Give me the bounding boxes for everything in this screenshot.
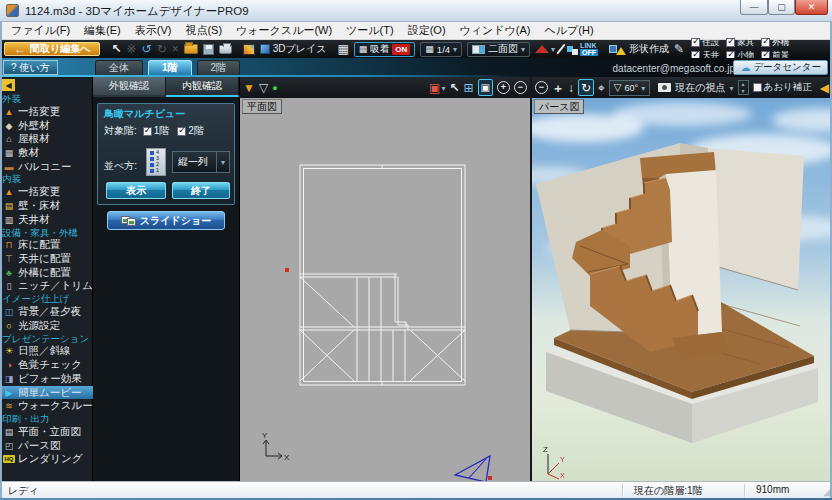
zoom-out-icon[interactable]: − [514,81,527,94]
light-toggle-icon[interactable] [272,80,277,95]
sidebar-item[interactable]: ◆外壁材 [0,119,93,133]
zoom-in-icon[interactable]: + [497,81,510,94]
show-button[interactable]: 表示 [106,182,166,199]
status-current-floor: 現在の階層:1階 [634,484,703,498]
sidebar-item[interactable]: ▥天井材 [0,213,93,227]
camera-fov-indicator[interactable] [455,456,490,481]
sidebar-item[interactable]: ▶簡単ムービー [0,386,93,400]
view-mode-dropdown[interactable]: 二面図 [467,42,530,57]
select-cursor-icon[interactable] [111,42,121,56]
zoom-out-icon[interactable]: − [535,81,548,94]
shape-create-button[interactable]: 形状作成 [609,42,669,56]
sidebar-item[interactable]: ◨ビフォー効果 [0,372,93,386]
sidebar-item[interactable]: ○光源設定 [0,319,93,333]
sidebar-item[interactable]: ⊤天井に配置 [0,252,93,266]
move-down-icon[interactable] [568,81,574,95]
arrange-number: 1 [156,168,159,174]
image-export-icon[interactable] [243,44,255,55]
menu-item[interactable]: ツール(T) [339,22,401,39]
link-toggle-button[interactable]: LINK OFF [567,42,598,56]
sidebar-item[interactable]: ▤平面・立面図 [0,425,93,439]
sidebar-item[interactable]: HQレンダリング [0,452,93,466]
save-icon[interactable] [203,44,214,55]
menu-item[interactable]: ウィンドウ(A) [453,22,538,39]
pen-icon[interactable] [674,42,684,56]
sidebar-item[interactable]: ▲一括変更 [0,185,93,199]
maximize-button[interactable]: ▢ [768,0,795,15]
grid-scale-icon [425,42,434,56]
pan-icon[interactable] [552,81,564,95]
back-to-floorplan-button[interactable]: 間取り編集へ [4,42,100,56]
camera-position-marker[interactable] [285,268,289,272]
dialog-floor-checkbox-1[interactable]: 2階 [177,124,204,138]
open-file-icon[interactable] [184,44,198,54]
sidebar-item[interactable]: ◫背景／昼夕夜 [0,305,93,319]
dialog-floor-checkbox-0[interactable]: 1階 [143,124,170,138]
layer-checkbox-0-1[interactable]: 家具 [726,37,754,49]
snap-grid-icon [359,42,368,56]
sidebar-item[interactable]: ▯ニッチ／トリム [0,280,93,294]
grid-scale-dropdown[interactable]: 1/4 [420,42,462,57]
grid-toggle-icon[interactable] [337,42,348,56]
menu-item[interactable]: ヘルプ(H) [538,22,601,39]
snap-toggle-button[interactable]: 吸着 ON [354,42,416,57]
display-mode-dropdown[interactable] [429,80,445,96]
viewpoint-dropdown-arrow[interactable] [730,80,734,96]
floor-tab[interactable]: 全体 [95,60,143,75]
end-button[interactable]: 終了 [172,182,230,199]
viewpoint-12-icon[interactable] [259,81,268,95]
sidebar-item[interactable]: ☀日照／斜線 [0,345,93,359]
menu-item[interactable]: 視点(S) [178,22,229,39]
eye-level-icon[interactable] [598,81,605,95]
roof-display-dropdown[interactable] [535,41,555,57]
menu-item[interactable]: 編集(E) [77,22,128,39]
datacenter-button[interactable]: データセンター [733,60,828,75]
sidebar-item-label: 屋根材 [18,132,50,146]
menu-item[interactable]: 設定(O) [401,22,453,39]
close-button[interactable]: ✕ [795,0,828,15]
menu-item[interactable]: ウォークスルー(W) [229,22,339,39]
print-icon[interactable] [219,45,232,54]
panel-tab[interactable]: 外観確認 [93,77,166,97]
slideshow-button[interactable]: スライドショー [107,211,225,230]
sidebar-item[interactable]: ▤壁・床材 [0,199,93,213]
fov-dropdown[interactable]: 60° [609,80,650,96]
place-3d-button[interactable]: 3Dプレイス [260,42,327,56]
sidebar-item[interactable]: ♣外構に配置 [0,266,93,280]
walkthrough-icon[interactable] [127,42,137,56]
sidebar-item[interactable]: ⌂屋根材 [0,132,93,146]
sidebar-item[interactable]: ≋ウォークスルー [0,399,93,413]
menu-item[interactable]: ファイル(F) [4,22,77,39]
floor-tab[interactable]: 2階 [197,60,241,75]
sidebar-collapse-icon[interactable]: ◀ [2,79,15,91]
orbit-tool-selected[interactable] [578,79,594,96]
tilt-correction-checkbox[interactable]: あおり補正 [753,81,812,94]
minimize-button[interactable]: — [740,0,768,15]
fit-view-icon[interactable] [463,81,473,95]
magic-wand-icon[interactable] [557,44,566,55]
sidebar-item[interactable]: ◰パース図 [0,439,93,453]
sidebar-item[interactable]: ▬バルコニー [0,160,93,174]
viewpoint-spinner[interactable]: ▴▾ [738,80,749,95]
sidebar-item[interactable]: ▲一括変更 [0,105,93,119]
panel-tab[interactable]: 内観確認 [166,77,239,97]
pane-collapse-icon[interactable] [820,81,829,95]
delete-icon[interactable] [172,42,179,56]
arrange-dropdown[interactable]: 縦一列 [172,151,230,173]
layer-checkbox-0-2[interactable]: 外構 [761,37,789,49]
help-button[interactable]: ? 使い方 [3,60,58,75]
undo-icon[interactable] [142,42,152,56]
zoom-rect-tool-selected[interactable] [478,79,493,96]
plan-select-icon[interactable] [449,81,459,95]
sidebar-item[interactable]: ▦敷材 [0,146,93,160]
perspective-canvas[interactable]: パース図 [532,98,832,481]
viewpoint-set-icon[interactable] [243,81,255,95]
sidebar-item[interactable]: ◑色覚チェック [0,358,93,372]
redo-icon[interactable] [157,42,167,56]
sidebar-item[interactable]: ⊓床に配置 [0,239,93,253]
floor-tab[interactable]: 1階 [148,60,192,75]
plan-canvas[interactable]: 平面図 [240,98,530,481]
layer-checkbox-0-0[interactable]: 住設 [691,37,719,49]
sidebar-item-label: 平面・立面図 [18,425,81,439]
menu-item[interactable]: 表示(V) [128,22,179,39]
